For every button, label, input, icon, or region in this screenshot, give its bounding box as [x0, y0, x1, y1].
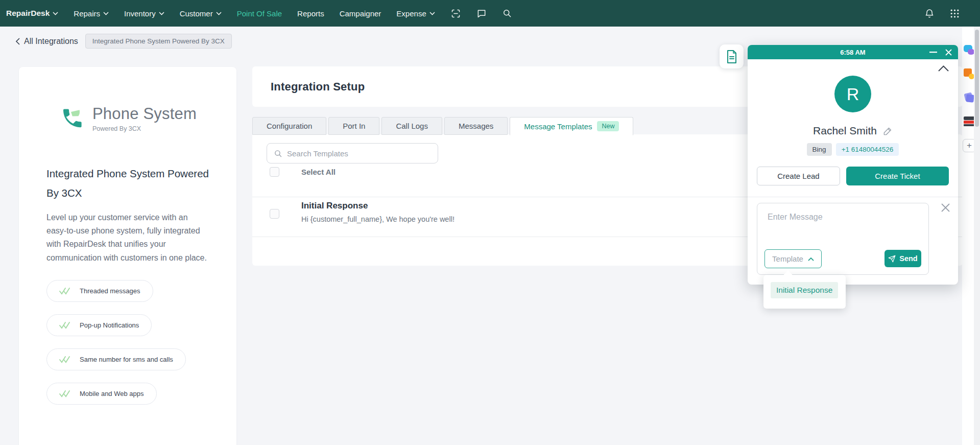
- create-ticket-button[interactable]: Create Ticket: [846, 167, 949, 185]
- nav-item-campaigner[interactable]: Campaigner: [340, 9, 381, 18]
- source-badge: Bing: [807, 143, 832, 156]
- chat-header[interactable]: 6:58 AM: [748, 45, 958, 59]
- nav-item-point-of-sale[interactable]: Point Of Sale: [237, 9, 282, 18]
- back-label: All Integrations: [24, 37, 78, 46]
- nav-label: Campaigner: [340, 9, 381, 18]
- template-button-label: Template: [772, 254, 803, 263]
- new-badge: New: [597, 121, 619, 131]
- nav-item-repairdesk[interactable]: RepairDesk: [6, 9, 58, 18]
- feature-pill: Threaded messages: [46, 280, 153, 302]
- chat-time: 6:58 AM: [840, 49, 865, 56]
- feature-label: Threaded messages: [80, 287, 140, 295]
- tab-label: Call Logs: [396, 122, 428, 130]
- apps-grid-icon[interactable]: [950, 9, 960, 18]
- stack-app-icon[interactable]: [964, 115, 975, 127]
- chevron-down-icon: [159, 12, 164, 15]
- nav-item-inventory[interactable]: Inventory: [124, 9, 164, 18]
- chevron-down-icon: [53, 12, 58, 15]
- orange-app-icon[interactable]: [964, 68, 975, 80]
- send-plane-icon: [888, 255, 896, 263]
- dropdown-item-initial-response[interactable]: Initial Response: [771, 282, 838, 298]
- tab-label: Configuration: [267, 122, 312, 130]
- send-label: Send: [899, 254, 917, 263]
- phone-system-logo: Phone System Powered By 3CX: [46, 105, 209, 132]
- document-icon: [726, 50, 737, 63]
- chevron-left-icon: [15, 38, 20, 45]
- tab-call-logs[interactable]: Call Logs: [381, 117, 442, 135]
- select-all-label: Select All: [301, 168, 336, 176]
- feature-label: Mobile and Web apps: [80, 390, 144, 397]
- template-dropdown-menu: Initial Response: [763, 275, 846, 309]
- double-check-icon: [59, 321, 71, 329]
- template-dropdown-button[interactable]: Template: [764, 249, 822, 268]
- tab-label: Message Templates: [524, 122, 592, 131]
- tab-port-in[interactable]: Port In: [328, 117, 379, 135]
- template-preview-text: Hi {customer_full_name}, We hope you're …: [301, 215, 455, 223]
- phone-number-badge[interactable]: +1 61480044526: [836, 143, 899, 156]
- back-all-integrations-link[interactable]: All Integrations: [15, 37, 78, 46]
- contact-avatar: R: [834, 76, 871, 112]
- nav-item-repairs[interactable]: Repairs: [74, 9, 109, 18]
- edit-pencil-icon[interactable]: [883, 126, 893, 136]
- minimize-icon[interactable]: [929, 52, 937, 53]
- scrollbar-thumb[interactable]: [975, 30, 979, 127]
- chevron-down-icon: [103, 12, 109, 15]
- nav-item-reports[interactable]: Reports: [297, 9, 324, 18]
- page-scrollbar[interactable]: [974, 27, 980, 445]
- tab-bar: Configuration Port In Call Logs Messages…: [252, 117, 633, 135]
- breadcrumb-badge: Integrated Phone System Powered By 3CX: [85, 34, 232, 49]
- tab-configuration[interactable]: Configuration: [252, 117, 326, 135]
- phone-icon: [59, 105, 85, 131]
- chevron-up-icon: [808, 257, 814, 261]
- create-lead-button[interactable]: Create Lead: [757, 167, 840, 185]
- feature-label: Pop-up Notifications: [80, 321, 139, 329]
- logo-title: Phone System: [92, 105, 197, 123]
- compose-close-icon[interactable]: [941, 203, 950, 212]
- contact-name: Rachel Smith: [813, 125, 877, 137]
- collapse-chevron-icon[interactable]: [938, 64, 949, 74]
- send-button[interactable]: Send: [885, 250, 921, 267]
- scan-icon[interactable]: [450, 8, 461, 19]
- feature-pill: Same number for sms and calls: [46, 348, 186, 370]
- tab-messages[interactable]: Messages: [444, 117, 508, 135]
- message-input[interactable]: [757, 203, 928, 243]
- select-all-checkbox[interactable]: [270, 167, 279, 177]
- chevron-down-icon: [429, 12, 435, 15]
- top-nav: RepairDesk Repairs Inventory Customer Po…: [0, 0, 980, 27]
- tab-label: Messages: [459, 122, 493, 130]
- feature-pill: Mobile and Web apps: [46, 383, 157, 405]
- template-name[interactable]: Initial Response: [301, 201, 368, 211]
- close-icon[interactable]: [945, 49, 952, 56]
- chat-widget: 6:58 AM R Rachel Smith Bing +1 614800445…: [748, 45, 958, 285]
- chevron-down-icon: [216, 12, 222, 15]
- notes-fab-button[interactable]: [720, 44, 744, 68]
- feature-label: Same number for sms and calls: [80, 356, 173, 363]
- tab-message-templates[interactable]: Message Templates New: [510, 117, 633, 135]
- nav-label: Expense: [396, 9, 426, 18]
- nav-label: Inventory: [124, 9, 156, 18]
- logo-subtitle: Powered By 3CX: [92, 125, 197, 132]
- template-search-input[interactable]: [287, 149, 431, 158]
- template-row-checkbox[interactable]: [270, 209, 279, 219]
- message-compose-box: Template Send: [757, 203, 929, 275]
- nav-label: Reports: [297, 9, 324, 18]
- tab-label: Port In: [343, 122, 365, 130]
- divider: [748, 197, 958, 197]
- template-search-box: [267, 143, 438, 163]
- double-check-icon: [59, 390, 71, 397]
- avatar-letter: R: [847, 84, 859, 104]
- search-icon: [274, 149, 282, 158]
- double-check-icon: [59, 287, 71, 295]
- nav-item-expense[interactable]: Expense: [396, 9, 435, 18]
- integration-info-panel: Phone System Powered By 3CX Integrated P…: [19, 67, 236, 445]
- purple-app-icon[interactable]: [964, 92, 975, 103]
- nav-label: Repairs: [74, 9, 100, 18]
- nav-label: Customer: [180, 9, 213, 18]
- nav-label: RepairDesk: [6, 9, 50, 18]
- chat-icon[interactable]: [476, 8, 487, 18]
- search-icon[interactable]: [502, 8, 512, 18]
- bell-icon[interactable]: [924, 8, 935, 19]
- messaging-app-icon[interactable]: [964, 45, 975, 56]
- nav-item-customer[interactable]: Customer: [180, 9, 222, 18]
- breadcrumb: All Integrations Integrated Phone System…: [15, 34, 232, 49]
